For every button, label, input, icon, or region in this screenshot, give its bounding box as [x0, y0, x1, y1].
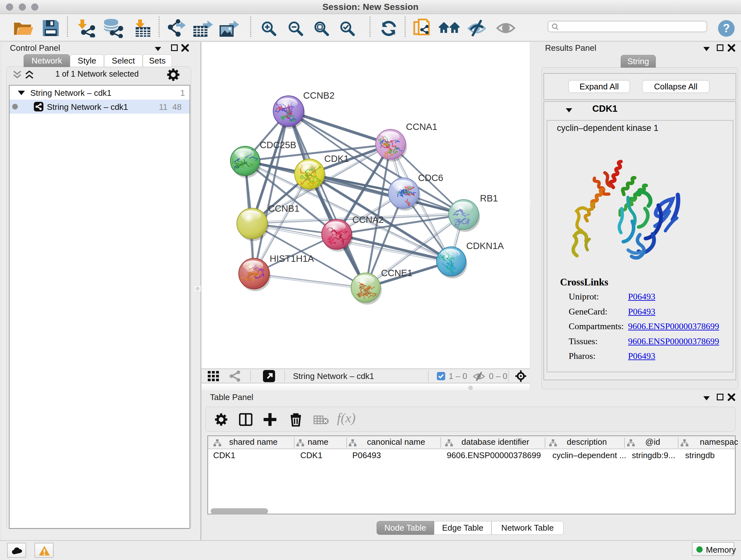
svg-text:CDC25B: CDC25B — [260, 140, 296, 150]
svg-text:CCNA2: CCNA2 — [352, 214, 384, 225]
svg-text:CCNB2: CCNB2 — [303, 90, 334, 101]
svg-text:CCNE1: CCNE1 — [381, 268, 412, 278]
svg-text:CDK1: CDK1 — [324, 153, 349, 164]
svg-text:CDC6: CDC6 — [418, 173, 443, 183]
svg-text:HIST1H1A: HIST1H1A — [270, 253, 314, 264]
svg-text:?: ? — [723, 22, 730, 35]
svg-text:CCNB1: CCNB1 — [268, 203, 299, 213]
svg-text:RB1: RB1 — [480, 193, 498, 203]
svg-text:CDKN1A: CDKN1A — [466, 241, 504, 251]
svg-text:CCNA1: CCNA1 — [406, 122, 437, 132]
